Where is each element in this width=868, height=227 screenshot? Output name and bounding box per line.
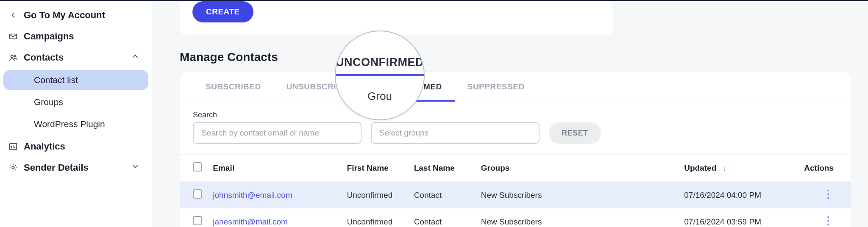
envelope-icon xyxy=(8,32,18,41)
contact-email-link[interactable]: janesmith@mail.com xyxy=(213,217,288,226)
tabs: SUBSCRIBED UNSUBSCRIBED UNCONFIRMED SUPP… xyxy=(180,72,851,102)
cell-last-name: Contact xyxy=(409,182,476,209)
sidebar-item-analytics[interactable]: Analytics xyxy=(0,136,149,157)
header-first-name[interactable]: First Name xyxy=(342,155,409,182)
tab-unconfirmed[interactable]: UNCONFIRMED xyxy=(367,72,455,102)
sidebar-subitem-contact-list[interactable]: Contact list xyxy=(3,70,148,90)
contacts-card: SUBSCRIBED UNSUBSCRIBED UNCONFIRMED SUPP… xyxy=(180,72,851,227)
sidebar-back-label: Go To My Account xyxy=(24,10,105,21)
cell-groups: New Subscribers xyxy=(476,208,679,227)
sidebar-item-label: Contacts xyxy=(24,52,64,63)
sidebar-item-label: Campaigns xyxy=(24,31,74,42)
main-content: CREATE Manage Contacts SUBSCRIBED UNSUBS… xyxy=(154,1,868,227)
gear-icon xyxy=(8,163,18,172)
search-col: Search xyxy=(193,111,362,144)
header-checkbox[interactable] xyxy=(180,155,208,182)
sidebar-item-contacts[interactable]: Contacts xyxy=(0,47,149,68)
table-row: johnsmith@email.com Unconfirmed Contact … xyxy=(180,182,851,209)
chart-icon xyxy=(8,142,18,151)
chevron-down-icon xyxy=(131,162,140,174)
cell-first-name: Unconfirmed xyxy=(342,182,409,209)
checkbox-icon xyxy=(193,162,202,172)
sidebar-item-sender-details[interactable]: Sender Details xyxy=(0,157,149,178)
page-title: Manage Contacts xyxy=(180,50,851,64)
sidebar-back[interactable]: Go To My Account xyxy=(0,5,149,26)
sidebar-subitem-label: Groups xyxy=(34,97,63,107)
cell-updated: 07/16/2024 04:00 PM xyxy=(679,182,798,209)
groups-col: Grou xyxy=(371,111,540,144)
reset-button[interactable]: RESET xyxy=(549,122,601,144)
filters: Search Grou RESET xyxy=(180,102,851,154)
sidebar-item-campaigns[interactable]: Campaigns xyxy=(0,26,149,47)
sidebar-item-label: Sender Details xyxy=(24,162,89,173)
tab-subscribed[interactable]: SUBSCRIBED xyxy=(193,72,274,102)
contact-email-link[interactable]: johnsmith@email.com xyxy=(213,191,292,199)
create-card: CREATE xyxy=(180,1,613,35)
sidebar-item-label: Analytics xyxy=(24,141,65,152)
header-email[interactable]: Email xyxy=(208,155,342,182)
header-last-name[interactable]: Last Name xyxy=(409,155,476,182)
tab-suppressed[interactable]: SUPPRESSED xyxy=(455,72,537,102)
row-checkbox[interactable] xyxy=(193,189,202,199)
contacts-table: Email First Name Last Name Groups Update… xyxy=(180,154,851,227)
arrow-left-icon xyxy=(8,11,18,20)
sidebar: Go To My Account Campaigns Contacts Cont… xyxy=(0,1,153,227)
sidebar-subitem-label: Contact list xyxy=(34,75,78,85)
groups-select[interactable] xyxy=(371,122,540,144)
row-actions-menu[interactable]: ⋮ xyxy=(823,219,834,223)
chevron-up-icon xyxy=(131,52,140,64)
groups-label: Grou xyxy=(371,111,540,119)
search-label: Search xyxy=(193,111,362,119)
header-updated-label: Updated xyxy=(684,163,716,172)
cell-first-name: Unconfirmed xyxy=(342,208,409,227)
sidebar-subitem-label: WordPress Plugin xyxy=(34,119,105,129)
cell-groups: New Subscribers xyxy=(476,182,679,209)
sidebar-divider xyxy=(14,187,139,187)
header-actions: Actions xyxy=(798,155,851,182)
svg-point-1 xyxy=(11,55,14,58)
svg-point-2 xyxy=(14,55,16,57)
search-input[interactable] xyxy=(193,122,362,144)
svg-point-4 xyxy=(12,166,14,169)
cell-updated: 07/16/2024 03:59 PM xyxy=(679,208,798,227)
sidebar-subitem-wp-plugin[interactable]: WordPress Plugin xyxy=(3,114,148,134)
sidebar-subitem-groups[interactable]: Groups xyxy=(3,92,148,112)
header-updated[interactable]: Updated ↓ xyxy=(679,155,798,182)
table-header-row: Email First Name Last Name Groups Update… xyxy=(180,155,851,182)
create-button[interactable]: CREATE xyxy=(192,1,253,22)
row-checkbox[interactable] xyxy=(193,216,202,225)
table-row: janesmith@mail.com Unconfirmed Contact N… xyxy=(180,208,851,227)
header-groups[interactable]: Groups xyxy=(476,155,679,182)
cell-last-name: Contact xyxy=(409,208,476,227)
people-icon xyxy=(8,53,18,62)
tab-unsubscribed[interactable]: UNSUBSCRIBED xyxy=(274,72,367,102)
sort-down-icon: ↓ xyxy=(723,164,727,172)
row-actions-menu[interactable]: ⋮ xyxy=(823,192,834,196)
